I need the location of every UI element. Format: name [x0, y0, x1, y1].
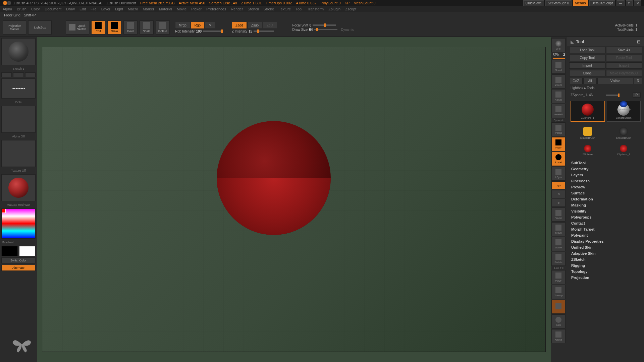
section-adaptive-skin[interactable]: Adaptive Skin — [567, 250, 644, 256]
alpha-thumb[interactable] — [1, 106, 36, 133]
mini-thumb[interactable] — [13, 72, 23, 77]
import-button[interactable]: Import — [569, 62, 605, 69]
lsym-button[interactable]: LSym — [551, 167, 566, 181]
goz-button[interactable]: GoZ — [569, 78, 583, 84]
stroke-thumb[interactable] — [1, 78, 36, 99]
zoom-button[interactable]: Zoom — [551, 74, 566, 88]
section-zsketch[interactable]: ZSketch — [567, 256, 644, 262]
menu-layer[interactable]: Layer — [101, 7, 111, 11]
menu-alpha[interactable]: Alpha — [3, 7, 12, 11]
load-tool-button[interactable]: Load Tool — [569, 47, 605, 53]
draw-button[interactable]: Draw — [107, 20, 121, 35]
goz-r-button[interactable]: R — [634, 78, 642, 84]
thumb-zsphere-1b[interactable]: ZSphere_1 — [607, 143, 641, 158]
clone-button[interactable]: Clone — [569, 70, 605, 76]
rotate-button[interactable]: Rotate — [156, 20, 170, 35]
zsphere-object[interactable] — [217, 121, 331, 235]
thumb-simplebrush[interactable]: SimpleBrush — [571, 126, 605, 141]
make-polymesh-button[interactable]: Make PolyMesh3D — [606, 70, 642, 76]
menu-tool[interactable]: Tool — [296, 7, 302, 11]
thumb-eraserbrush[interactable]: EraserBrush — [607, 126, 641, 141]
section-display-properties[interactable]: Display Properties — [567, 238, 644, 244]
draw-size-slider[interactable]: Draw Size 64 Dynamic — [292, 28, 354, 32]
section-polygroups[interactable]: Polygroups — [567, 214, 644, 220]
swatch-white[interactable] — [19, 246, 36, 256]
paste-tool-button[interactable]: Paste Tool — [606, 55, 642, 61]
menu-stroke[interactable]: Stroke — [263, 7, 274, 11]
section-contact[interactable]: Contact — [567, 220, 644, 226]
window-min-icon[interactable]: — — [616, 0, 625, 6]
scale-view-button[interactable]: Scale — [551, 237, 566, 251]
menu-draw[interactable]: Draw — [66, 7, 75, 11]
section-deformation[interactable]: Deformation — [567, 196, 644, 202]
menu-file[interactable]: File — [91, 7, 97, 11]
section-masking[interactable]: Masking — [567, 202, 644, 208]
xyz-button[interactable]: Xyz — [551, 181, 566, 189]
solo-button[interactable]: Solo — [551, 314, 566, 328]
seethrough-button[interactable]: See-through 0 — [545, 0, 571, 6]
transp-button[interactable]: Transp — [551, 285, 566, 299]
rot-icon[interactable]: ⟲ — [551, 190, 566, 198]
section-surface[interactable]: Surface — [567, 190, 644, 196]
z-intensity-slider[interactable]: Z Intensity 15 — [232, 29, 277, 33]
section-geometry[interactable]: Geometry — [567, 166, 644, 172]
thumb-zsphere[interactable]: ZSphere — [571, 143, 605, 158]
thumb-alphabrush[interactable]: AlphaBrush — [607, 101, 641, 111]
menus-button[interactable]: Menus — [573, 0, 588, 6]
save-as-button[interactable]: Save As — [606, 47, 642, 53]
lightbox-button[interactable]: LightBox — [28, 20, 52, 35]
goz-visible-button[interactable]: Visible — [597, 78, 633, 84]
rgb-button[interactable]: Rgb — [191, 22, 204, 29]
menu-light[interactable]: Light — [115, 7, 123, 11]
menu-preferences[interactable]: Preferences — [206, 7, 226, 11]
section-morph-target[interactable]: Morph Target — [567, 226, 644, 232]
section-layers[interactable]: Layers — [567, 172, 644, 178]
brush-thumb[interactable] — [1, 38, 36, 65]
actual-button[interactable]: Actual — [551, 89, 566, 103]
section-rigging[interactable]: Rigging — [567, 262, 644, 268]
zsub-button[interactable]: Zsub — [248, 22, 262, 29]
zcut-button[interactable]: Zcut — [263, 22, 277, 29]
menu-color[interactable]: Color — [31, 7, 40, 11]
goz-all-button[interactable]: All — [583, 78, 597, 84]
mrgb-button[interactable]: Mrgb — [175, 22, 190, 29]
mini-thumb[interactable] — [25, 72, 36, 77]
aahalf-button[interactable]: AAHalf — [551, 104, 566, 118]
section-unified-skin[interactable]: Unified Skin — [567, 244, 644, 250]
color-picker[interactable] — [1, 208, 36, 239]
scale-button[interactable]: Scale — [140, 20, 154, 35]
tool-r-button[interactable]: R — [633, 93, 641, 98]
zadd-button[interactable]: Zadd — [232, 22, 247, 29]
menu-zplugin[interactable]: Zplugin — [328, 7, 340, 11]
polyf-button[interactable]: PolyF — [551, 270, 566, 284]
menu-marker[interactable]: Marker — [143, 7, 154, 11]
move-view-button[interactable]: Move — [551, 222, 566, 236]
spix-slider[interactable]: SPix 3 — [551, 53, 566, 57]
bpr-button[interactable]: BPR — [551, 38, 566, 52]
mini-thumb[interactable] — [1, 72, 12, 77]
section-preview[interactable]: Preview — [567, 184, 644, 190]
lightbox-tools-link[interactable]: Lightbox ▸ Tools — [567, 85, 644, 91]
section-topology[interactable]: Topology — [567, 268, 644, 275]
edit-button[interactable]: Edit — [91, 20, 105, 35]
projection-master-button[interactable]: Projection Master — [3, 20, 26, 35]
move-button[interactable]: Move — [123, 20, 138, 35]
section-fibermesh[interactable]: FiberMesh — [567, 178, 644, 184]
viewport[interactable] — [42, 47, 546, 352]
gradient-label[interactable]: Gradient — [1, 240, 36, 245]
material-thumb[interactable] — [1, 174, 36, 201]
menu-picker[interactable]: Picker — [191, 7, 202, 11]
rgb-intensity-slider[interactable]: Rgb Intensity 100 — [175, 29, 223, 33]
menu-texture[interactable]: Texture — [279, 7, 291, 11]
texture-thumb[interactable] — [1, 140, 36, 167]
ghost-button[interactable] — [551, 300, 566, 314]
section-projection[interactable]: Projection — [567, 275, 644, 281]
scroll-button[interactable]: Scroll — [551, 60, 566, 74]
window-max-icon[interactable]: □ — [626, 0, 633, 6]
section-polypaint[interactable]: Polypaint — [567, 232, 644, 238]
rotate-view-button[interactable]: Rotate — [551, 252, 566, 266]
target-icon[interactable]: ⊕ — [551, 199, 566, 207]
window-close-icon[interactable]: ✕ — [634, 0, 641, 6]
local-button[interactable]: Local — [551, 152, 566, 166]
copy-tool-button[interactable]: Copy Tool — [569, 55, 605, 61]
